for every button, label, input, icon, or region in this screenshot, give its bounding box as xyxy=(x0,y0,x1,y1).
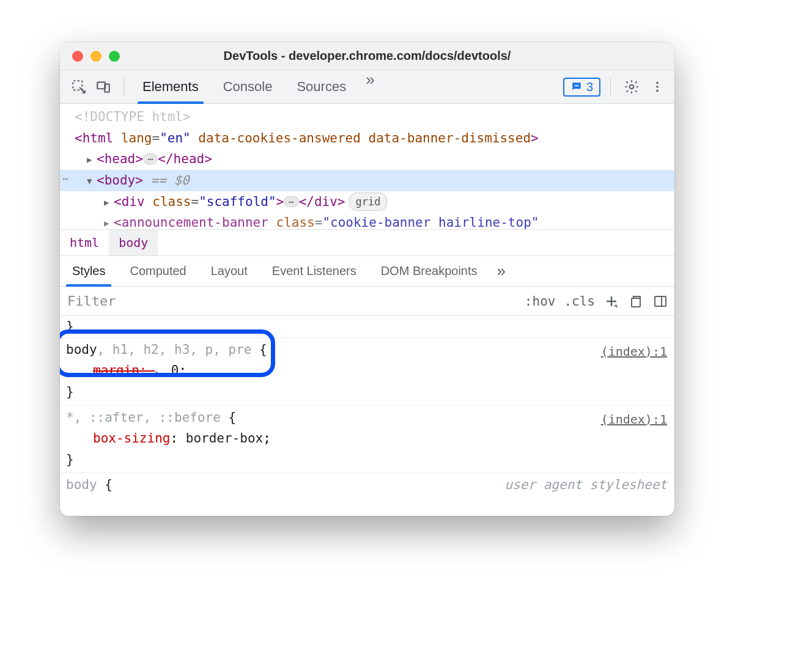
panel-tabs: Elements Console Sources » xyxy=(130,70,380,103)
svg-rect-3 xyxy=(575,86,579,87)
close-window-button[interactable] xyxy=(72,51,83,62)
minimize-window-button[interactable] xyxy=(90,51,102,62)
dom-node[interactable]: ▶<announcement-banner class="cookie-bann… xyxy=(60,212,674,229)
issues-icon xyxy=(570,81,583,93)
crumb-body[interactable]: body xyxy=(109,230,158,255)
css-property-value[interactable]: 0 xyxy=(171,363,179,378)
hov-button[interactable]: :hov xyxy=(525,294,556,309)
collapse-icon[interactable]: ▼ xyxy=(87,174,95,188)
new-style-rule-icon[interactable] xyxy=(603,293,619,309)
ellipsis-badge[interactable]: ⋯ xyxy=(284,196,298,207)
styles-pane[interactable]: } (index):1 body, h1, h2, h3, p, pre { m… xyxy=(60,316,674,516)
selector[interactable]: body xyxy=(66,342,97,357)
expand-shorthand-icon[interactable]: ▸ xyxy=(155,367,163,379)
svg-point-5 xyxy=(656,82,659,84)
toggle-sidebar-icon[interactable] xyxy=(652,293,668,309)
more-subtabs-icon[interactable]: » xyxy=(490,262,511,281)
selector-dim[interactable]: , h1, h2, h3, p, pre xyxy=(97,342,260,357)
dom-tree[interactable]: <!DOCTYPE html> <html lang="en" data-coo… xyxy=(60,104,674,229)
subtab-computed[interactable]: Computed xyxy=(117,256,198,286)
selector[interactable]: *, ::after, ::before xyxy=(66,410,229,425)
svg-rect-8 xyxy=(632,298,640,307)
device-toolbar-icon[interactable] xyxy=(93,76,114,97)
breadcrumb: html body xyxy=(60,229,674,256)
cls-button[interactable]: .cls xyxy=(564,294,595,309)
rule-source-link[interactable]: (index):1 xyxy=(601,410,667,430)
tab-sources[interactable]: Sources xyxy=(284,70,358,103)
expand-icon[interactable]: ▶ xyxy=(87,153,95,167)
titlebar: DevTools - developer.chrome.com/docs/dev… xyxy=(60,42,674,70)
svg-rect-9 xyxy=(655,296,666,306)
sidebar-tabs: Styles Computed Layout Event Listeners D… xyxy=(60,256,674,287)
expand-icon[interactable]: ▶ xyxy=(104,196,113,210)
subtab-layout[interactable]: Layout xyxy=(199,256,260,286)
dom-node-selected[interactable]: ▼<body> == $0 xyxy=(60,170,674,191)
kebab-menu-icon[interactable] xyxy=(646,76,668,98)
grid-badge[interactable]: grid xyxy=(349,193,388,211)
expand-icon[interactable]: ▶ xyxy=(104,216,113,229)
ua-stylesheet-label: user agent stylesheet xyxy=(504,474,667,496)
issues-count: 3 xyxy=(586,80,593,94)
css-property-name[interactable]: margin xyxy=(93,363,139,378)
css-property-value[interactable]: border-box xyxy=(186,431,263,446)
ellipsis-badge[interactable]: ⋯ xyxy=(143,153,158,164)
issues-button[interactable]: 3 xyxy=(563,78,600,97)
toolbar-separator xyxy=(610,78,611,96)
copy-styles-icon[interactable] xyxy=(628,293,644,309)
subtab-event-listeners[interactable]: Event Listeners xyxy=(260,256,369,286)
css-rule[interactable]: user agent stylesheet body { xyxy=(60,473,674,498)
tab-elements[interactable]: Elements xyxy=(130,70,211,103)
subtab-styles[interactable]: Styles xyxy=(60,256,117,286)
subtab-dom-breakpoints[interactable]: DOM Breakpoints xyxy=(369,256,490,286)
main-toolbar: Elements Console Sources » 3 xyxy=(60,70,674,104)
css-property-name[interactable]: box-sizing xyxy=(93,431,170,446)
selector[interactable]: body xyxy=(66,477,105,492)
devtools-window: DevTools - developer.chrome.com/docs/dev… xyxy=(60,42,674,516)
inspect-element-icon[interactable] xyxy=(68,76,89,97)
svg-point-7 xyxy=(656,90,659,92)
more-tabs-icon[interactable]: » xyxy=(358,70,379,103)
dom-node[interactable]: ▶<head>⋯</head> xyxy=(60,149,674,170)
filter-input[interactable] xyxy=(60,293,525,309)
crumb-html[interactable]: html xyxy=(60,230,109,255)
toolbar-right: 3 xyxy=(563,76,668,98)
svg-point-6 xyxy=(656,86,659,88)
styles-toolbar: :hov .cls xyxy=(60,287,674,316)
zoom-window-button[interactable] xyxy=(109,51,120,62)
rule-source-link[interactable]: (index):1 xyxy=(601,342,667,362)
brace: } xyxy=(66,319,74,334)
tab-console[interactable]: Console xyxy=(211,70,285,103)
dom-node[interactable]: ▶<div class="scaffold">⋯</div>grid xyxy=(60,191,674,213)
dom-node[interactable]: <html lang="en" data-cookies-answered da… xyxy=(60,128,674,149)
window-title: DevTools - developer.chrome.com/docs/dev… xyxy=(60,49,674,63)
css-rule[interactable]: (index):1 *, ::after, ::before { box-siz… xyxy=(60,406,674,474)
toolbar-separator xyxy=(124,78,124,96)
window-controls xyxy=(60,51,120,62)
css-rule[interactable]: (index):1 body, h1, h2, h3, p, pre { mar… xyxy=(60,338,674,406)
dom-node[interactable]: <!DOCTYPE html> xyxy=(60,106,674,128)
settings-icon[interactable] xyxy=(621,76,643,98)
svg-point-4 xyxy=(630,85,634,89)
